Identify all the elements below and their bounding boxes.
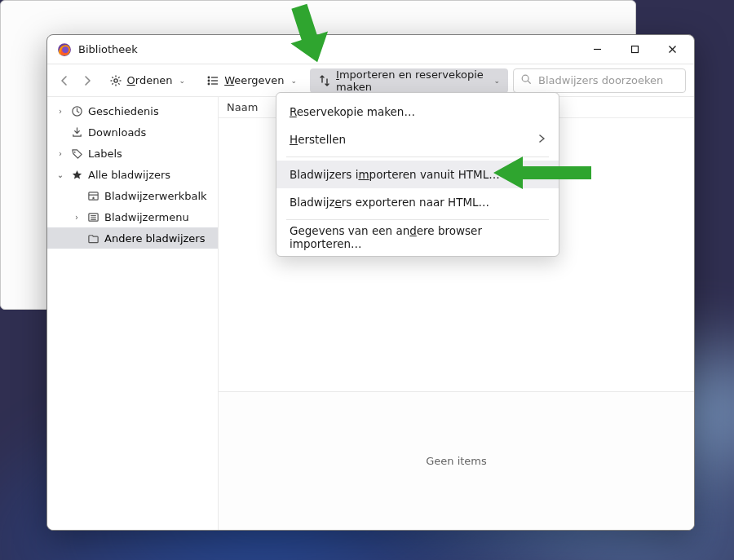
menu-item-bladwijzers-exporteren-naar-html[interactable]: Bladwijzers exporteren naar HTML… (276, 188, 559, 216)
download-icon (70, 126, 83, 139)
svg-rect-3 (631, 46, 638, 53)
search-icon (520, 73, 532, 87)
sidebar-item-label: Alle bladwijzers (88, 169, 170, 181)
window-title: Bibliotheek (78, 43, 138, 55)
svg-point-24 (73, 151, 75, 152)
svg-marker-32 (493, 157, 591, 189)
menu-item-label: Reservekopie maken… (290, 105, 415, 118)
menu-item-label: Herstellen (290, 133, 346, 146)
library-window: Bibliotheek Ordenen ⌄ (46, 34, 695, 531)
views-label: Weergeven (224, 74, 284, 86)
sidebar-item-alle-bladwijzers[interactable]: ⌄Alle bladwijzers (47, 164, 218, 185)
sidebar-item-downloads[interactable]: Downloads (47, 121, 218, 143)
twisty-closed-icon[interactable]: › (55, 149, 65, 158)
svg-point-6 (113, 78, 117, 82)
firefox-icon (57, 42, 72, 57)
svg-line-22 (528, 81, 530, 83)
svg-marker-31 (284, 0, 333, 64)
twisty-closed-icon[interactable]: › (72, 213, 82, 222)
svg-line-14 (112, 83, 113, 84)
forward-button[interactable] (78, 69, 96, 92)
toolbar-icon (86, 190, 99, 202)
annotation-arrow-top (284, 0, 333, 64)
organize-button[interactable]: Ordenen ⌄ (101, 68, 194, 93)
sidebar-item-label: Bladwijzerwerkbalk (104, 190, 207, 202)
back-button[interactable] (55, 69, 73, 92)
sidebar-item-label: Labels (88, 148, 122, 160)
chevron-down-icon: ⌄ (179, 77, 186, 85)
gear-icon (109, 74, 122, 87)
chevron-down-icon: ⌄ (493, 77, 500, 85)
svg-line-12 (118, 83, 119, 84)
sidebar: ›GeschiedenisDownloads›Labels⌄Alle bladw… (47, 97, 219, 530)
maximize-button[interactable] (616, 37, 653, 63)
sidebar-item-geschiedenis[interactable]: ›Geschiedenis (47, 100, 218, 121)
star-icon (70, 169, 83, 181)
twisty-open-icon[interactable]: ⌄ (55, 170, 65, 179)
svg-line-13 (118, 77, 119, 77)
clock-icon (70, 105, 83, 117)
import-label: Importeren en reservekopie maken (336, 68, 487, 93)
close-button[interactable] (653, 37, 691, 63)
sidebar-item-labels[interactable]: ›Labels (47, 143, 218, 164)
sidebar-item-label: Bladwijzermenu (104, 211, 189, 223)
search-input-container[interactable] (513, 68, 686, 93)
titlebar: Bibliotheek (47, 35, 694, 64)
svg-point-1 (62, 46, 69, 53)
tag-icon (70, 148, 83, 160)
chevron-down-icon: ⌄ (291, 77, 298, 85)
minimize-button[interactable] (578, 37, 616, 63)
svg-point-15 (208, 77, 210, 78)
svg-point-19 (208, 83, 210, 85)
views-button[interactable]: Weergeven ⌄ (198, 68, 305, 93)
annotation-arrow-side (493, 155, 591, 191)
submenu-arrow-icon (537, 133, 546, 146)
sidebar-item-andere-bladwijzers[interactable]: Andere bladwijzers (47, 227, 218, 249)
menu-item-herstellen[interactable]: Herstellen (276, 126, 559, 153)
svg-point-17 (208, 80, 210, 82)
sidebar-item-label: Andere bladwijzers (104, 232, 205, 245)
twisty-closed-icon[interactable]: › (55, 107, 65, 116)
import-backup-button[interactable]: Importeren en reservekopie maken ⌄ (310, 68, 508, 93)
search-input[interactable] (537, 73, 679, 87)
details-pane: Geen items (219, 391, 694, 530)
sidebar-item-bladwijzermenu[interactable]: ›Bladwijzermenu (47, 206, 218, 227)
menu-item-reservekopie-maken[interactable]: Reservekopie maken… (276, 98, 559, 126)
column-name: Naam (227, 101, 258, 113)
menu-item-gegevens-van-een-andere-browser-importeren[interactable]: Gegevens van een andere browser importer… (276, 223, 559, 251)
sidebar-item-label: Geschiedenis (88, 105, 159, 117)
folder-icon (86, 232, 99, 245)
empty-text: Geen items (426, 455, 487, 467)
menu-icon (86, 211, 99, 223)
import-export-icon (318, 74, 331, 87)
menu-item-label: Gegevens van een andere browser importer… (290, 224, 546, 250)
sidebar-item-bladwijzerwerkbalk[interactable]: Bladwijzerwerkbalk (47, 185, 218, 206)
menu-item-label: Bladwijzers importeren vanuit HTML… (290, 168, 500, 181)
svg-line-11 (112, 77, 113, 77)
sidebar-item-label: Downloads (88, 126, 146, 139)
list-icon (206, 74, 219, 87)
menu-separator (286, 219, 549, 220)
organize-label: Ordenen (127, 74, 173, 86)
menu-item-label: Bladwijzers exporteren naar HTML… (290, 196, 489, 209)
